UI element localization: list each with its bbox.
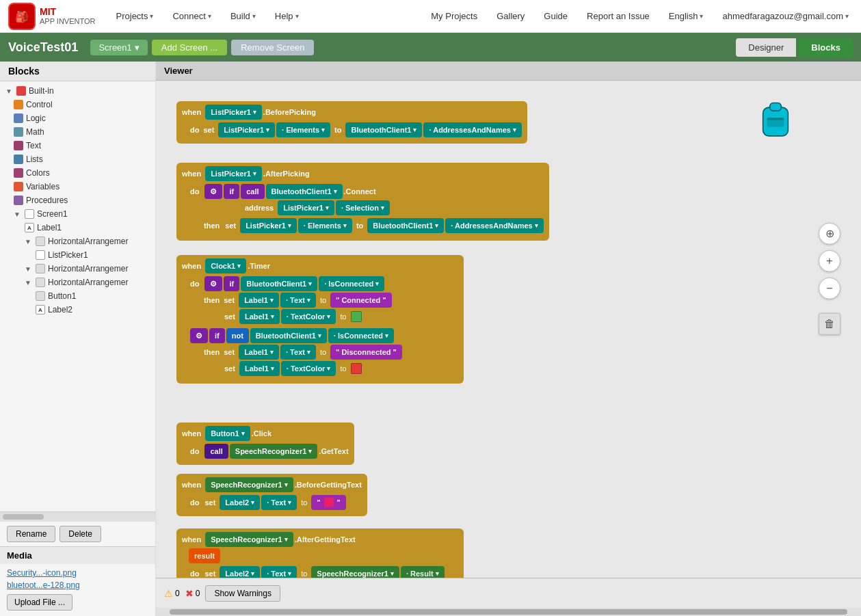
block-text-prop2[interactable]: · Text ▾: [280, 345, 316, 360]
block-selection[interactable]: · Selection ▾: [336, 200, 390, 215]
color-swatch-red[interactable]: [351, 363, 362, 374]
block-label2-before[interactable]: Label2 ▾: [220, 495, 260, 510]
builtin-section[interactable]: ▼ Built-in: [0, 84, 155, 98]
block-disconnected-str[interactable]: " Disconnected ": [330, 345, 402, 360]
upload-file-button[interactable]: Upload File ...: [7, 594, 72, 611]
nav-build[interactable]: Build ▾: [226, 8, 260, 24]
block-speechrec1-result[interactable]: SpeechRecognizer1 ▾: [311, 566, 399, 578]
horizontal-scrollbar[interactable]: [156, 608, 861, 616]
nav-myprojects[interactable]: My Projects: [427, 8, 481, 24]
block-call-gettext[interactable]: call: [204, 444, 228, 459]
block-textcolor-prop2[interactable]: · TextColor ▾: [281, 361, 336, 376]
category-lists[interactable]: Lists: [0, 152, 155, 166]
math-icon: [14, 127, 23, 137]
category-variables[interactable]: Variables: [0, 180, 155, 193]
zoom-out-icon[interactable]: −: [819, 277, 840, 299]
nav-projects[interactable]: Projects ▾: [112, 8, 158, 24]
block-text-after[interactable]: · Text ▾: [261, 566, 297, 578]
block-gear-if[interactable]: ⚙: [204, 184, 222, 199]
show-warnings-button[interactable]: Show Warnings: [205, 585, 280, 602]
nav-language[interactable]: English ▾: [665, 8, 708, 24]
block-label1-textcolor2[interactable]: Label1 ▾: [239, 361, 280, 376]
media-file-1[interactable]: bluetoot...e-128.png: [7, 579, 148, 591]
viewer-content[interactable]: when ListPicker1 ▾ .BeforePicking do set…: [156, 81, 861, 578]
block-result[interactable]: result: [189, 548, 220, 563]
block-btclient2[interactable]: BluetoothClient1 ▾: [367, 218, 444, 233]
block-gear-if2[interactable]: ⚙: [204, 276, 222, 291]
block-clock1[interactable]: Clock1 ▾: [205, 258, 246, 273]
block-elements2[interactable]: · Elements ▾: [298, 218, 352, 233]
delete-button[interactable]: Delete: [59, 526, 101, 542]
zoom-in-icon[interactable]: +: [819, 250, 840, 271]
nav-guide[interactable]: Guide: [540, 8, 572, 24]
block-not[interactable]: not: [226, 328, 249, 343]
block-if3[interactable]: if: [209, 328, 225, 343]
category-math[interactable]: Math: [0, 125, 155, 139]
block-btclient-isconn2[interactable]: BluetoothClient1 ▾: [250, 328, 327, 343]
block-call-connect[interactable]: call: [241, 184, 264, 199]
block-text-prop1[interactable]: · Text ▾: [280, 293, 316, 308]
block-elements1[interactable]: · Elements ▾: [276, 122, 330, 137]
block-lp1-then[interactable]: ListPicker1 ▾: [240, 218, 297, 233]
target-icon[interactable]: ⊕: [819, 222, 840, 244]
block-button1-click[interactable]: Button1 ▾: [205, 426, 250, 441]
tree-label2[interactable]: A Label2: [0, 303, 155, 317]
tree-screen1[interactable]: ▼ Screen1: [0, 207, 155, 221]
block-gear-if3[interactable]: ⚙: [190, 328, 208, 343]
block-lp1-selection[interactable]: ListPicker1 ▾: [278, 200, 334, 215]
block-isconnected1[interactable]: · IsConnected ▾: [319, 276, 384, 291]
block-addrnames1[interactable]: · AddressesAndNames ▾: [423, 122, 521, 137]
block-label2-after[interactable]: Label2 ▾: [220, 566, 260, 578]
add-screen-button[interactable]: Add Screen ...: [152, 40, 227, 55]
block-label1-text1[interactable]: Label1 ▾: [239, 293, 279, 308]
blocks-button[interactable]: Blocks: [799, 38, 853, 57]
block-connected-str[interactable]: " Connected ": [330, 293, 391, 308]
screen1-dropdown[interactable]: Screen1 ▾: [90, 40, 147, 55]
block-text-before[interactable]: · Text ▾: [261, 495, 297, 510]
tree-button1[interactable]: Button1: [0, 289, 155, 303]
block-label1-textcolor1[interactable]: Label1 ▾: [239, 309, 280, 324]
sidebar-scrollbar[interactable]: [0, 512, 155, 522]
category-procedures[interactable]: Procedures: [0, 193, 155, 207]
sidebar-scrollbar-thumb: [3, 514, 44, 520]
tree-horizontalarr1[interactable]: ▼ HorizontalArrangemer: [0, 235, 155, 248]
nav-user[interactable]: ahmedfaragazouz@gmail.com ▾: [718, 8, 853, 24]
tree-listpicker1[interactable]: ListPicker1: [0, 248, 155, 262]
block-if2[interactable]: if: [224, 276, 239, 291]
remove-screen-button[interactable]: Remove Screen: [231, 40, 314, 55]
designer-button[interactable]: Designer: [736, 38, 796, 57]
rename-button[interactable]: Rename: [7, 526, 55, 542]
block-btclient-isconn1[interactable]: BluetoothClient1 ▾: [241, 276, 317, 291]
tree-horizontalarr3[interactable]: ▼ HorizontalArrangemer: [0, 276, 155, 289]
block-addrnames2[interactable]: · AddressesAndNames ▾: [445, 218, 543, 233]
block-btclient1[interactable]: BluetoothClient1 ▾: [345, 122, 422, 137]
block-listpicker1-before[interactable]: ListPicker1 ▾: [205, 105, 262, 120]
screen1-tree-icon: [25, 209, 34, 219]
nav-help[interactable]: Help ▾: [271, 8, 303, 24]
category-logic[interactable]: Logic: [0, 111, 155, 125]
nav-report[interactable]: Report an Issue: [583, 8, 654, 24]
sidebar: Blocks ▼ Built-in Control Logic Math: [0, 62, 156, 616]
block-if[interactable]: if: [224, 184, 239, 199]
block-lp1-elem[interactable]: ListPicker1 ▾: [218, 122, 275, 137]
trash-icon[interactable]: 🗑: [819, 312, 840, 334]
tree-label1[interactable]: A Label1: [0, 221, 155, 235]
block-textcolor-prop1[interactable]: · TextColor ▾: [281, 309, 336, 324]
block-lp1-after[interactable]: ListPicker1 ▾: [205, 166, 262, 181]
block-btclient-connect[interactable]: BluetoothClient1 ▾: [266, 184, 343, 199]
category-text[interactable]: Text: [0, 139, 155, 152]
block-speechrec1-gettext[interactable]: SpeechRecognizer1 ▾: [230, 444, 318, 459]
nav-gallery[interactable]: Gallery: [492, 8, 529, 24]
color-swatch-green[interactable]: [351, 311, 362, 322]
category-colors[interactable]: Colors: [0, 166, 155, 180]
media-file-0[interactable]: Security...-icon.png: [7, 567, 148, 579]
block-label1-text2[interactable]: Label1 ▾: [239, 345, 279, 360]
block-speechrec1-after[interactable]: SpeechRecognizer1 ▾: [205, 532, 293, 547]
block-result-prop[interactable]: · Result ▾: [401, 566, 445, 578]
block-empty-str[interactable]: "": [311, 495, 345, 510]
category-control[interactable]: Control: [0, 98, 155, 111]
tree-horizontalarr2[interactable]: ▼ HorizontalArrangemer: [0, 262, 155, 276]
nav-connect[interactable]: Connect ▾: [168, 8, 215, 24]
block-isconnected2[interactable]: · IsConnected ▾: [328, 328, 394, 343]
block-speechrec1-before[interactable]: SpeechRecognizer1 ▾: [205, 477, 293, 492]
